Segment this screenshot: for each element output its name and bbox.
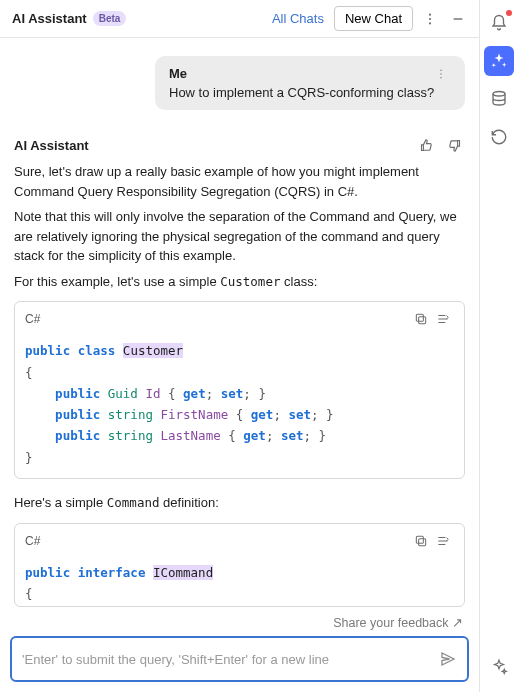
inline-code-customer: Customer bbox=[220, 274, 280, 289]
user-text: How to implement a CQRS-conforming class… bbox=[169, 85, 451, 100]
rail-history[interactable] bbox=[484, 122, 514, 152]
assistant-message: AI Assistant Sure, let's draw up a reall… bbox=[14, 134, 465, 607]
beta-badge: Beta bbox=[93, 11, 127, 26]
new-chat-button[interactable]: New Chat bbox=[334, 6, 413, 31]
chat-input[interactable] bbox=[22, 652, 439, 667]
svg-rect-9 bbox=[419, 538, 426, 545]
thumbs-down-icon[interactable] bbox=[443, 134, 465, 156]
feedback-row: Share your feedback ↗ bbox=[0, 611, 479, 636]
copy-code-icon[interactable] bbox=[410, 308, 432, 330]
send-icon[interactable] bbox=[439, 650, 457, 668]
insert-code-icon[interactable] bbox=[432, 308, 454, 330]
header: AI Assistant Beta All Chats New Chat bbox=[0, 0, 479, 38]
more-icon[interactable] bbox=[419, 8, 441, 30]
chat-area: Me How to implement a CQRS-conforming cl… bbox=[0, 38, 479, 611]
assistant-para-4: Here's a simple Command definition: bbox=[14, 493, 465, 513]
rail-database[interactable] bbox=[484, 84, 514, 114]
rail-notifications[interactable] bbox=[484, 8, 514, 38]
code-body-2: public interface ICommand { bbox=[15, 558, 464, 607]
assistant-para-3: For this example, let's use a simple Cus… bbox=[14, 272, 465, 292]
svg-rect-10 bbox=[416, 536, 423, 543]
rail-sparkle-outline[interactable] bbox=[484, 652, 514, 682]
user-name: Me bbox=[169, 66, 187, 81]
right-rail bbox=[480, 0, 518, 692]
code-lang-2: C# bbox=[25, 534, 40, 548]
code-body-1: public class Customer { public Guid Id {… bbox=[15, 336, 464, 478]
thumbs-up-icon[interactable] bbox=[415, 134, 437, 156]
svg-point-4 bbox=[440, 69, 442, 71]
svg-point-6 bbox=[440, 76, 442, 78]
svg-rect-3 bbox=[454, 18, 463, 19]
app-title: AI Assistant bbox=[12, 11, 87, 26]
rail-assistant[interactable] bbox=[484, 46, 514, 76]
svg-rect-7 bbox=[419, 317, 426, 324]
assistant-para-2: Note that this will only involve the sep… bbox=[14, 207, 465, 266]
assistant-name: AI Assistant bbox=[14, 138, 89, 153]
chat-input-box[interactable] bbox=[10, 636, 469, 682]
minimize-icon[interactable] bbox=[447, 8, 469, 30]
user-message: Me How to implement a CQRS-conforming cl… bbox=[155, 56, 465, 110]
svg-point-0 bbox=[429, 13, 431, 15]
all-chats-link[interactable]: All Chats bbox=[272, 11, 324, 26]
insert-code-icon-2[interactable] bbox=[432, 530, 454, 552]
svg-point-2 bbox=[429, 22, 431, 24]
inline-code-command: Command bbox=[107, 495, 160, 510]
svg-rect-8 bbox=[416, 315, 423, 322]
code-lang: C# bbox=[25, 312, 40, 326]
svg-point-11 bbox=[493, 92, 505, 97]
notification-dot bbox=[506, 10, 512, 16]
code-block-2: C# public interface ICommand { bbox=[14, 523, 465, 608]
svg-point-5 bbox=[440, 73, 442, 75]
copy-code-icon-2[interactable] bbox=[410, 530, 432, 552]
code-block-1: C# public class Customer { public Guid I… bbox=[14, 301, 465, 479]
svg-point-1 bbox=[429, 17, 431, 19]
assistant-para-1: Sure, let's draw up a really basic examp… bbox=[14, 162, 465, 201]
message-more-icon[interactable] bbox=[431, 68, 451, 80]
share-feedback-link[interactable]: Share your feedback ↗ bbox=[333, 616, 463, 630]
